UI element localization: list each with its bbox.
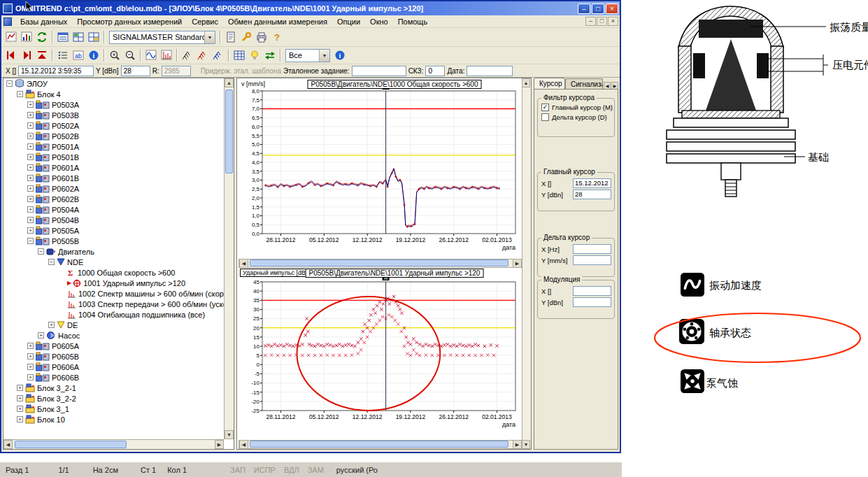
- tree-item-1000-общая-скорость-600[interactable]: Σ1000 Общая скорость >600: [3, 267, 224, 278]
- sync-icon[interactable]: [262, 48, 278, 63]
- chart2-scroll-right[interactable]: ▶: [513, 440, 522, 449]
- collapse-icon[interactable]: −: [38, 248, 44, 255]
- measurement-grid-icon[interactable]: [71, 30, 86, 45]
- menu-обмен-данными-измерения[interactable]: Обмен данными измерения: [223, 17, 332, 27]
- scroll-up-button[interactable]: ▲: [225, 78, 234, 87]
- delta-cursor-checkbox-row[interactable]: Дельта курсор (D): [538, 111, 614, 121]
- expand-icon[interactable]: +: [27, 164, 34, 171]
- scroll-right-button[interactable]: ▶: [215, 440, 224, 449]
- tree-item-p0606b[interactable]: +P0606B: [3, 372, 224, 383]
- expand-icon[interactable]: +: [27, 175, 34, 181]
- zoom-in-icon[interactable]: [107, 48, 122, 63]
- expand-icon[interactable]: +: [27, 112, 34, 118]
- tree-item-p0601a[interactable]: +P0601A: [3, 162, 224, 173]
- tree-item-блок-3-1[interactable]: +Блок 3_1: [3, 404, 224, 414]
- expand-icon[interactable]: +: [38, 332, 44, 339]
- tree-item-nde[interactable]: −NDE: [3, 257, 224, 267]
- tree-item-1003-спектр-передачи-600-об-мин-ускор[interactable]: 1003 Спектр передачи > 600 об/мин (ускор: [3, 299, 224, 309]
- db-refresh-icon[interactable]: [34, 30, 50, 45]
- minimize-button[interactable]: –: [578, 3, 590, 14]
- chart1-scroll-left[interactable]: ◀: [239, 259, 248, 268]
- tree-item-насос[interactable]: +Насос: [3, 330, 224, 341]
- template-grid-icon[interactable]: [86, 30, 101, 45]
- rms-field[interactable]: 0: [425, 66, 445, 76]
- tree-horizontal-scrollbar[interactable]: ◀ ▶: [3, 439, 224, 449]
- modulation-x-value[interactable]: [573, 286, 611, 296]
- next-meas-icon[interactable]: [19, 48, 34, 63]
- chart1-hscroll-thumb[interactable]: [250, 259, 508, 266]
- table-icon[interactable]: [232, 48, 247, 63]
- waterfall3-icon[interactable]: [211, 48, 226, 63]
- list-icon[interactable]: [55, 48, 71, 63]
- tree-item-p0503b[interactable]: +P0503B: [3, 110, 224, 120]
- zoom-out-icon[interactable]: [122, 48, 138, 63]
- delta-cursor-y-value[interactable]: [573, 255, 611, 265]
- collapse-icon[interactable]: −: [17, 91, 23, 97]
- expand-icon[interactable]: +: [27, 353, 34, 359]
- machine-list-icon[interactable]: [55, 30, 71, 45]
- expand-icon[interactable]: +: [17, 385, 23, 391]
- help-icon[interactable]: ?: [269, 30, 285, 45]
- parent-icon[interactable]: [34, 48, 50, 63]
- child-minimize-button[interactable]: –: [585, 17, 596, 26]
- chart2-hscrollbar[interactable]: ◀ ▶: [239, 440, 522, 449]
- charts-scroll-up[interactable]: ▲: [522, 78, 530, 87]
- velocity-trend-chart[interactable]: 0,00,51,01,52,02,53,03,54,04,55,05,56,06…: [239, 80, 522, 257]
- ab-table-icon[interactable]: ab: [71, 48, 86, 63]
- template-dropdown[interactable]: SIGNALMASTER Standard▼: [109, 31, 215, 44]
- menu-сервис[interactable]: Сервис: [187, 17, 223, 27]
- restore-button[interactable]: □: [592, 3, 604, 14]
- main-cursor-y-value[interactable]: 28: [573, 190, 611, 199]
- main-cursor-x-value[interactable]: 15.12.2012 3: [573, 178, 611, 188]
- menu-базы-данных[interactable]: Базы данных: [15, 17, 72, 27]
- expand-icon[interactable]: +: [27, 343, 34, 349]
- collapse-icon[interactable]: −: [27, 238, 34, 244]
- tree-item-p0502a[interactable]: +P0502A: [3, 120, 224, 131]
- tree-item-элоу[interactable]: −ЭЛОУ: [3, 78, 224, 89]
- info-icon[interactable]: i: [86, 48, 101, 63]
- service-wrench-icon[interactable]: [239, 30, 254, 45]
- expand-icon[interactable]: +: [17, 406, 23, 412]
- delta-cursor-checkbox[interactable]: [541, 113, 549, 121]
- child-restore-button[interactable]: □: [597, 17, 607, 26]
- expand-icon[interactable]: +: [27, 364, 34, 370]
- spectrum-bars-icon[interactable]: [19, 30, 34, 45]
- tree-item-двигатель[interactable]: −Двигатель: [3, 246, 224, 257]
- menu-просмотр-данных-измерений[interactable]: Просмотр данных измерений: [72, 17, 187, 27]
- title-bar[interactable]: OMNITREND c:\pt_cm\omt_db\elou.mdb - [ЭЛ…: [1, 1, 620, 15]
- chart1-hscrollbar[interactable]: ◀ ▶: [239, 259, 522, 268]
- tab-cursor[interactable]: Курсор: [534, 78, 565, 90]
- info-icon[interactable]: i: [332, 48, 348, 63]
- tree-item-p0601b[interactable]: +P0601B: [3, 173, 224, 183]
- modulation-y-value[interactable]: [573, 297, 611, 307]
- bulb-icon[interactable]: [247, 48, 262, 63]
- tree-vertical-scrollbar[interactable]: ▲ ▼: [224, 78, 234, 439]
- tree-item-1002-спектр-машины-600-об-мин-скорост[interactable]: 1002 Спектр машины > 600 об/мин (скорост: [3, 288, 224, 299]
- charts-vertical-scrollbar[interactable]: ▲ ▼: [522, 78, 531, 449]
- tree-item-p0602a[interactable]: +P0602A: [3, 183, 224, 194]
- prev-meas-icon[interactable]: [3, 48, 19, 63]
- tab-alarms[interactable]: Сигнализаци: [565, 78, 603, 90]
- tree-item-p0503a[interactable]: +P0503A: [3, 99, 224, 110]
- tree-item-p0501b[interactable]: +P0501B: [3, 152, 224, 162]
- tree-item-1004-огибающая-подшипника-все[interactable]: 1004 Огибающая подшипника (все): [3, 309, 224, 320]
- dropdown-arrow-icon[interactable]: ▼: [319, 50, 329, 62]
- tree-item-p0502b[interactable]: +P0502B: [3, 131, 224, 141]
- child-close-button[interactable]: ×: [608, 17, 618, 26]
- waterfall-icon[interactable]: [180, 48, 195, 63]
- tree-item-p0605b[interactable]: +P0605B: [3, 351, 224, 362]
- menu-окно[interactable]: Окно: [365, 17, 393, 27]
- expand-icon[interactable]: +: [27, 154, 34, 160]
- tree-item-p0501a[interactable]: +P0501A: [3, 141, 224, 152]
- expand-icon[interactable]: +: [27, 206, 34, 213]
- expand-icon[interactable]: +: [27, 374, 34, 380]
- time-signal-icon[interactable]: [143, 48, 159, 63]
- expand-icon[interactable]: +: [27, 101, 34, 108]
- tree-item-блок-3-2-2[interactable]: +Блок 3_2-2: [3, 393, 224, 404]
- shock-pulse-trend-chart[interactable]: -25-20-15-10-505101520253035404528.11.20…: [239, 269, 522, 439]
- collapse-icon[interactable]: −: [48, 259, 55, 265]
- scroll-down-button[interactable]: ▼: [225, 430, 234, 439]
- tree-item-de[interactable]: +DE: [3, 320, 224, 330]
- expand-icon[interactable]: +: [17, 416, 23, 422]
- x-value-field[interactable]: 15.12.2012 3:59:35: [18, 66, 94, 76]
